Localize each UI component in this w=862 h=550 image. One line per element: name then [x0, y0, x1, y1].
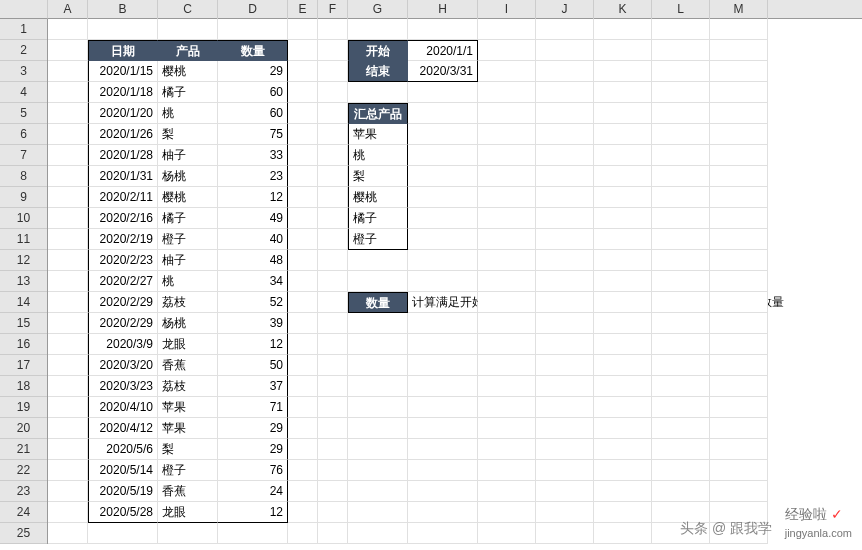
cell-C4[interactable]: 橘子: [158, 82, 218, 103]
cell-D24[interactable]: 12: [218, 502, 288, 523]
cell-E4[interactable]: [288, 82, 318, 103]
cell-A16[interactable]: [48, 334, 88, 355]
cell-C19[interactable]: 苹果: [158, 397, 218, 418]
col-header-F[interactable]: F: [318, 0, 348, 19]
cell-B16[interactable]: 2020/3/9: [88, 334, 158, 355]
col-header-E[interactable]: E: [288, 0, 318, 19]
cell-B10[interactable]: 2020/2/16: [88, 208, 158, 229]
cell-D2[interactable]: 数量: [218, 40, 288, 61]
cell-B19[interactable]: 2020/4/10: [88, 397, 158, 418]
cell-J16[interactable]: [536, 334, 594, 355]
cell-F15[interactable]: [318, 313, 348, 334]
cell-E25[interactable]: [288, 523, 318, 544]
cell-H25[interactable]: [408, 523, 478, 544]
cell-H11[interactable]: [408, 229, 478, 250]
cell-B12[interactable]: 2020/2/23: [88, 250, 158, 271]
cell-C15[interactable]: 杨桃: [158, 313, 218, 334]
col-header-D[interactable]: D: [218, 0, 288, 19]
row-header-7[interactable]: 7: [0, 145, 47, 166]
cell-L16[interactable]: [652, 334, 710, 355]
cell-B13[interactable]: 2020/2/27: [88, 271, 158, 292]
cell-G24[interactable]: [348, 502, 408, 523]
cell-H16[interactable]: [408, 334, 478, 355]
cell-G10[interactable]: 橘子: [348, 208, 408, 229]
cell-G19[interactable]: [348, 397, 408, 418]
cell-L2[interactable]: [652, 40, 710, 61]
cell-G17[interactable]: [348, 355, 408, 376]
row-header-22[interactable]: 22: [0, 460, 47, 481]
cell-B22[interactable]: 2020/5/14: [88, 460, 158, 481]
cell-F14[interactable]: [318, 292, 348, 313]
row-header-1[interactable]: 1: [0, 19, 47, 40]
row-header-17[interactable]: 17: [0, 355, 47, 376]
cell-E18[interactable]: [288, 376, 318, 397]
cell-H9[interactable]: [408, 187, 478, 208]
cell-M20[interactable]: [710, 418, 768, 439]
cell-F16[interactable]: [318, 334, 348, 355]
cell-D20[interactable]: 29: [218, 418, 288, 439]
col-header-C[interactable]: C: [158, 0, 218, 19]
cell-F9[interactable]: [318, 187, 348, 208]
cell-H23[interactable]: [408, 481, 478, 502]
cell-A25[interactable]: [48, 523, 88, 544]
cell-E11[interactable]: [288, 229, 318, 250]
cell-L23[interactable]: [652, 481, 710, 502]
col-header-B[interactable]: B: [88, 0, 158, 19]
cell-K7[interactable]: [594, 145, 652, 166]
row-header-9[interactable]: 9: [0, 187, 47, 208]
cell-I23[interactable]: [478, 481, 536, 502]
cell-C18[interactable]: 荔枝: [158, 376, 218, 397]
cell-F20[interactable]: [318, 418, 348, 439]
cell-G5[interactable]: 汇总产品: [348, 103, 408, 124]
cell-M13[interactable]: [710, 271, 768, 292]
cell-D22[interactable]: 76: [218, 460, 288, 481]
cell-L4[interactable]: [652, 82, 710, 103]
row-header-2[interactable]: 2: [0, 40, 47, 61]
cell-G18[interactable]: [348, 376, 408, 397]
cell-M1[interactable]: [710, 19, 768, 40]
cell-K12[interactable]: [594, 250, 652, 271]
cell-G12[interactable]: [348, 250, 408, 271]
cell-F25[interactable]: [318, 523, 348, 544]
cell-L12[interactable]: [652, 250, 710, 271]
cell-F2[interactable]: [318, 40, 348, 61]
cell-E17[interactable]: [288, 355, 318, 376]
cell-K23[interactable]: [594, 481, 652, 502]
cell-L7[interactable]: [652, 145, 710, 166]
cell-A14[interactable]: [48, 292, 88, 313]
cell-E16[interactable]: [288, 334, 318, 355]
cell-D15[interactable]: 39: [218, 313, 288, 334]
cell-B7[interactable]: 2020/1/28: [88, 145, 158, 166]
cell-F3[interactable]: [318, 61, 348, 82]
cell-M22[interactable]: [710, 460, 768, 481]
cell-I22[interactable]: [478, 460, 536, 481]
cell-C20[interactable]: 苹果: [158, 418, 218, 439]
cell-F23[interactable]: [318, 481, 348, 502]
cell-K6[interactable]: [594, 124, 652, 145]
cell-H1[interactable]: [408, 19, 478, 40]
cell-H2[interactable]: 2020/1/1: [408, 40, 478, 61]
cell-B6[interactable]: 2020/1/26: [88, 124, 158, 145]
cell-A2[interactable]: [48, 40, 88, 61]
cell-C1[interactable]: [158, 19, 218, 40]
cell-B4[interactable]: 2020/1/18: [88, 82, 158, 103]
col-header-G[interactable]: G: [348, 0, 408, 19]
cell-J21[interactable]: [536, 439, 594, 460]
cell-B2[interactable]: 日期: [88, 40, 158, 61]
row-header-11[interactable]: 11: [0, 229, 47, 250]
cell-G11[interactable]: 橙子: [348, 229, 408, 250]
cell-G7[interactable]: 桃: [348, 145, 408, 166]
grid[interactable]: 日期产品数量开始2020/1/12020/1/15樱桃29结束2020/3/31…: [48, 19, 862, 550]
cell-F13[interactable]: [318, 271, 348, 292]
cell-H4[interactable]: [408, 82, 478, 103]
cell-A21[interactable]: [48, 439, 88, 460]
cell-C21[interactable]: 梨: [158, 439, 218, 460]
cell-M19[interactable]: [710, 397, 768, 418]
cell-M4[interactable]: [710, 82, 768, 103]
cell-F5[interactable]: [318, 103, 348, 124]
cell-I5[interactable]: [478, 103, 536, 124]
cell-M2[interactable]: [710, 40, 768, 61]
cell-J6[interactable]: [536, 124, 594, 145]
cell-F12[interactable]: [318, 250, 348, 271]
cell-L22[interactable]: [652, 460, 710, 481]
